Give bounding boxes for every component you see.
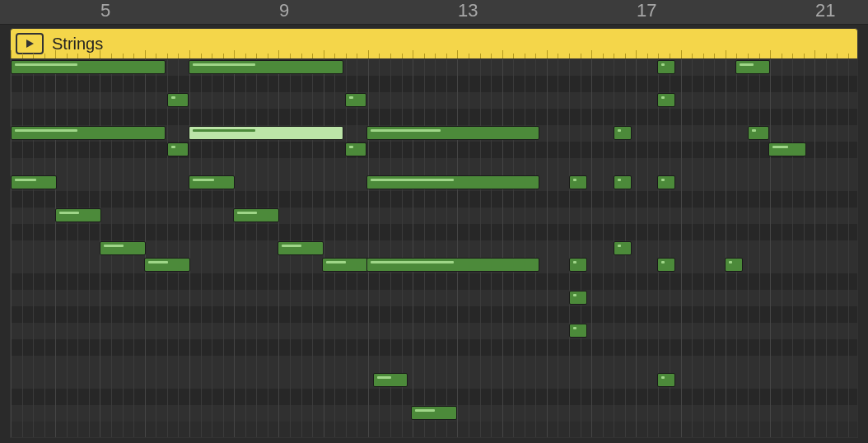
midi-note[interactable]: [657, 93, 675, 107]
midi-note[interactable]: [725, 258, 743, 272]
bar-line: [770, 59, 771, 437]
beat-line: [245, 59, 246, 437]
midi-note[interactable]: [411, 406, 457, 420]
piano-roll-row: [11, 273, 857, 290]
note-velocity-bar: [661, 96, 665, 99]
bar-line: [11, 59, 12, 437]
beat-line: [435, 59, 436, 437]
beat-line: [581, 59, 581, 437]
bar-number: 13: [458, 0, 478, 21]
midi-note[interactable]: [366, 258, 539, 272]
midi-note[interactable]: [345, 93, 366, 107]
midi-note[interactable]: [614, 126, 632, 140]
midi-note[interactable]: [100, 241, 146, 255]
beat-line: [569, 59, 570, 437]
note-velocity-bar: [15, 129, 77, 132]
note-velocity-bar: [377, 376, 391, 379]
piano-roll-row: [11, 109, 857, 125]
midi-note[interactable]: [614, 241, 632, 255]
note-velocity-bar: [193, 179, 214, 181]
midi-note[interactable]: [189, 126, 343, 140]
midi-note[interactable]: [569, 175, 587, 189]
midi-note[interactable]: [657, 175, 675, 189]
bar-line: [55, 59, 56, 437]
bar-number: 21: [815, 0, 835, 21]
midi-note[interactable]: [657, 373, 675, 387]
note-velocity-bar: [661, 261, 665, 263]
note-velocity-bar: [618, 129, 621, 132]
beat-line: [167, 59, 168, 437]
note-velocity-bar: [193, 63, 255, 66]
piano-roll-row: [11, 158, 857, 175]
piano-roll-row: [11, 372, 857, 389]
beat-line: [44, 59, 45, 437]
beat-line: [223, 59, 224, 437]
note-velocity-bar: [371, 261, 454, 263]
midi-note[interactable]: [373, 373, 408, 387]
midi-note[interactable]: [167, 142, 189, 156]
piano-roll-row: [11, 339, 857, 356]
midi-note[interactable]: [11, 126, 166, 140]
bar-line: [368, 59, 369, 437]
note-velocity-bar: [148, 261, 168, 263]
beat-line: [782, 59, 782, 437]
beat-line: [346, 59, 347, 437]
clip-header[interactable]: Strings: [10, 28, 858, 59]
note-velocity-bar: [15, 179, 36, 181]
midi-note[interactable]: [189, 60, 343, 74]
bar-line: [457, 59, 458, 437]
beat-line: [848, 59, 849, 437]
midi-note[interactable]: [278, 241, 324, 255]
beat-line: [525, 59, 525, 437]
midi-note[interactable]: [657, 258, 675, 272]
beat-line: [33, 59, 34, 437]
midi-note[interactable]: [657, 60, 675, 74]
bar-number: 9: [279, 0, 289, 21]
midi-note[interactable]: [189, 175, 235, 189]
piano-roll-row: [11, 290, 857, 306]
beat-line: [268, 59, 268, 437]
bar-line: [814, 59, 815, 437]
note-velocity-bar: [371, 179, 454, 181]
midi-note[interactable]: [366, 175, 539, 189]
beat-line: [256, 59, 257, 437]
note-velocity-bar: [237, 212, 257, 214]
midi-note[interactable]: [614, 175, 632, 189]
beat-line: [736, 59, 737, 437]
midi-note[interactable]: [322, 258, 368, 272]
beat-line: [77, 59, 78, 437]
midi-note[interactable]: [748, 126, 769, 140]
timeline-ruler[interactable]: 5 9 13 17 21: [0, 0, 868, 25]
midi-note[interactable]: [11, 60, 166, 74]
midi-note[interactable]: [569, 258, 587, 272]
note-velocity-bar: [661, 63, 665, 66]
note-velocity-bar: [573, 261, 576, 263]
midi-note[interactable]: [167, 93, 189, 107]
beat-line: [826, 59, 827, 437]
midi-note[interactable]: [233, 208, 279, 222]
midi-note[interactable]: [55, 208, 101, 222]
bar-line: [591, 59, 592, 437]
midi-note[interactable]: [144, 258, 190, 272]
beat-line: [792, 59, 793, 437]
piano-roll[interactable]: [10, 59, 858, 438]
midi-note[interactable]: [569, 291, 587, 305]
note-velocity-bar: [326, 261, 346, 263]
beat-line: [714, 59, 715, 437]
note-velocity-bar: [618, 245, 621, 247]
note-velocity-bar: [573, 327, 576, 329]
midi-note[interactable]: [735, 60, 770, 74]
bar-line: [502, 59, 503, 437]
midi-note[interactable]: [569, 324, 587, 338]
midi-note[interactable]: [345, 142, 366, 156]
midi-note[interactable]: [768, 142, 806, 156]
bar-line: [189, 59, 190, 437]
clip-subdivision-ticks: [11, 50, 857, 58]
note-velocity-bar: [729, 261, 732, 263]
bar-line: [681, 59, 682, 437]
note-velocity-bar: [349, 96, 353, 99]
note-velocity-bar: [573, 179, 576, 181]
midi-note[interactable]: [366, 126, 539, 140]
piano-roll-row: [11, 306, 857, 323]
midi-note[interactable]: [11, 175, 57, 189]
